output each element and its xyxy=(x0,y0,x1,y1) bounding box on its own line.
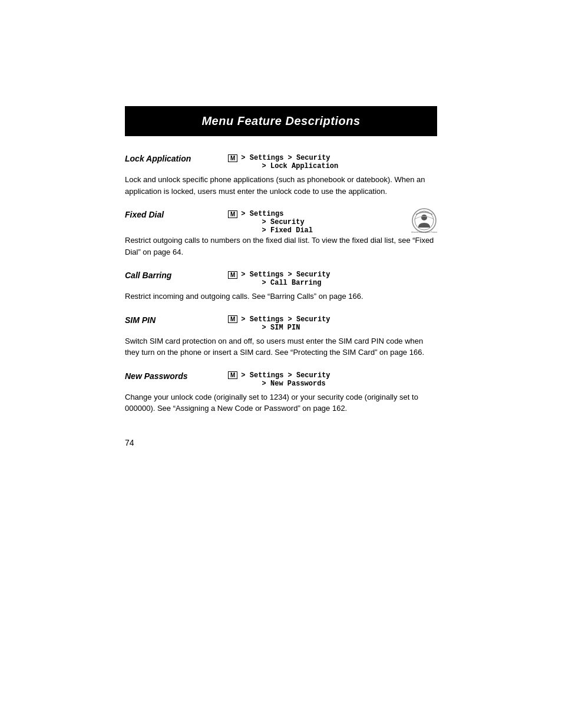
svg-point-2 xyxy=(421,215,427,220)
feature-path-call-barring: M > Settings > Security > Call Barring xyxy=(228,271,437,287)
path-line-2: > New Passwords xyxy=(228,380,437,388)
feature-name-fixed-dial: Fixed Dial xyxy=(125,210,228,219)
menu-icon: M xyxy=(228,315,237,323)
feature-name-lock-application: Lock Application xyxy=(125,154,228,163)
feature-desc-sim-pin: Switch SIM card protection on and off, s… xyxy=(125,335,437,358)
header-title: Menu Feature Descriptions xyxy=(201,114,360,127)
path-line-1: M > Settings > Security xyxy=(228,315,437,324)
page-number: 74 xyxy=(125,438,437,459)
menu-icon: M xyxy=(228,271,237,279)
content-area: Lock Application M > Settings > Security… xyxy=(125,154,437,459)
feature-row-sim-pin: SIM PIN M > Settings > Security > SIM PI… xyxy=(125,315,437,332)
path-line-1: M > Settings > Security xyxy=(228,271,437,279)
menu-icon: M xyxy=(228,371,237,379)
path-line-2: > Lock Application xyxy=(228,162,437,170)
page-container: Menu Feature Descriptions Lock Applicati… xyxy=(0,106,562,728)
feature-path-sim-pin: M > Settings > Security > SIM PIN xyxy=(228,315,437,332)
feature-desc-fixed-dial: Restrict outgoing calls to numbers on th… xyxy=(125,235,437,258)
feature-path-new-passwords: M > Settings > Security > New Passwords xyxy=(228,371,437,388)
feature-desc-lock-application: Lock and unlock specific phone applicati… xyxy=(125,174,437,197)
header-banner: Menu Feature Descriptions xyxy=(125,106,437,136)
feature-row-call-barring: Call Barring M > Settings > Security > C… xyxy=(125,271,437,287)
feature-fixed-dial: Fixed Dial M > Settings > Security > Fix… xyxy=(125,210,437,258)
feature-desc-new-passwords: Change your unlock code (originally set … xyxy=(125,391,437,414)
path-and-badge-fixed-dial: M > Settings > Security > Fixed Dial xyxy=(228,210,437,235)
feature-row-new-passwords: New Passwords M > Settings > Security > … xyxy=(125,371,437,388)
feature-desc-call-barring: Restrict incoming and outgoing calls. Se… xyxy=(125,291,437,302)
feature-name-sim-pin: SIM PIN xyxy=(125,315,228,325)
feature-row-fixed-dial: Fixed Dial M > Settings > Security > Fix… xyxy=(125,210,437,235)
feature-sim-pin: SIM PIN M > Settings > Security > SIM PI… xyxy=(125,315,437,358)
path-line-3: > Fixed Dial xyxy=(228,226,405,235)
feature-lock-application: Lock Application M > Settings > Security… xyxy=(125,154,437,197)
path-line-2: > SIM PIN xyxy=(228,324,437,332)
menu-icon: M xyxy=(228,210,237,218)
feature-call-barring: Call Barring M > Settings > Security > C… xyxy=(125,271,437,302)
feature-name-new-passwords: New Passwords xyxy=(125,371,228,381)
feature-new-passwords: New Passwords M > Settings > Security > … xyxy=(125,371,437,414)
feature-path-lock-application: M > Settings > Security > Lock Applicati… xyxy=(228,154,437,170)
feature-path-fixed-dial: M > Settings > Security > Fixed Dial xyxy=(228,210,405,235)
path-line-1: M > Settings > Security xyxy=(228,154,437,162)
svg-text:Network/Subscription Feature: Network/Subscription Feature xyxy=(411,231,437,233)
path-line-2: > Security xyxy=(228,218,405,226)
feature-name-call-barring: Call Barring xyxy=(125,271,228,280)
path-line-1: M > Settings > Security xyxy=(228,371,437,380)
menu-icon: M xyxy=(228,154,237,162)
path-line-2: > Call Barring xyxy=(228,279,437,287)
network-subscription-badge: Network/Subscription Feature xyxy=(411,207,437,233)
feature-row-lock-application: Lock Application M > Settings > Security… xyxy=(125,154,437,170)
path-line-1: M > Settings xyxy=(228,210,405,218)
